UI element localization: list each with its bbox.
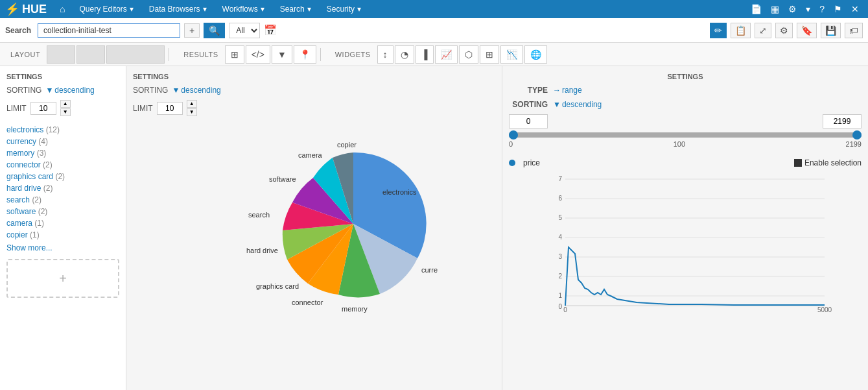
show-more-link[interactable]: Show more... — [6, 243, 119, 252]
tabs-row: LAYOUT RESULTS ⊞ </> ▼ 📍 WIDGETS ↕ ◔ ▐ 📈… — [0, 43, 868, 66]
nav-search[interactable]: Search ▾ — [274, 0, 318, 18]
mid-limit-label: LIMIT — [133, 104, 153, 113]
pie-label-currency: currency — [421, 266, 438, 274]
search-go-icon: 🔍 — [209, 25, 220, 36]
facet-connector[interactable]: connector — [6, 160, 41, 169]
range-thumb-right[interactable] — [852, 130, 862, 140]
type-label: TYPE — [509, 86, 548, 95]
left-sorting-value[interactable]: ▼ descending — [45, 86, 94, 95]
save-button[interactable]: 💾 — [821, 23, 841, 38]
search-scope-select[interactable]: All — [229, 23, 260, 38]
chevron-down-icon: ▾ — [261, 5, 264, 14]
results-pin-btn[interactable]: 📍 — [294, 45, 316, 64]
flag-icon[interactable]: ⚑ — [830, 4, 846, 14]
facet-graphics-card[interactable]: graphics card — [6, 172, 53, 181]
widgets-label: WIDGETS — [330, 51, 376, 58]
widget-bar-btn[interactable]: ▐ — [416, 45, 434, 64]
list-item: hard drive (2) — [6, 182, 119, 194]
facet-electronics[interactable]: electronics — [6, 125, 43, 134]
edit-button[interactable]: ✏ — [710, 23, 727, 38]
right-sorting-row: SORTING ▼ descending — [509, 100, 862, 109]
limit-up-button[interactable]: ▲ — [60, 100, 71, 108]
limit-down-button[interactable]: ▼ — [60, 108, 71, 116]
expand-button[interactable]: ⤢ — [755, 23, 771, 38]
range-min-input[interactable] — [509, 114, 548, 128]
copy-button[interactable]: 📋 — [731, 23, 751, 38]
logo-icon: ⚡ — [5, 2, 19, 16]
widget-line-btn[interactable]: 📈 — [435, 45, 458, 64]
widget-grid-btn[interactable]: ⊞ — [480, 45, 499, 64]
chevron-down-icon: ▾ — [203, 5, 207, 14]
facet-search[interactable]: search — [6, 195, 30, 204]
mid-limit-up-button[interactable]: ▲ — [187, 100, 197, 108]
middle-panel: SETTINGS SORTING ▼ descending LIMIT ▲ ▼ — [126, 66, 502, 390]
facet-list: electronics (12) currency (4) memory (3)… — [6, 124, 119, 241]
type-value[interactable]: → range — [553, 86, 582, 95]
nav-security[interactable]: Security ▾ — [320, 0, 368, 18]
logo-text: HUE — [22, 3, 47, 16]
add-widget-button[interactable]: + — [6, 259, 119, 298]
y-label-4: 4 — [558, 234, 562, 241]
search-input[interactable] — [38, 23, 180, 38]
chevron-down-icon: ▾ — [307, 5, 311, 14]
add-icon: + — [59, 271, 67, 286]
left-limit-input[interactable] — [30, 102, 56, 115]
results-code-btn[interactable]: </> — [246, 45, 270, 64]
widget-network-btn[interactable]: ⬡ — [459, 45, 478, 64]
pie-chart-container: electronics currency memory connector gr… — [133, 127, 495, 321]
widget-chart-btn[interactable]: 📉 — [500, 45, 523, 64]
mid-limit-down-button[interactable]: ▼ — [187, 108, 197, 116]
nav-workflows[interactable]: Workflows ▾ — [216, 0, 271, 18]
dropdown-icon[interactable]: ▾ — [802, 4, 814, 14]
right-sorting-value[interactable]: ▼ descending — [553, 100, 602, 109]
facet-memory[interactable]: memory — [6, 149, 34, 158]
facet-hard-drive[interactable]: hard drive — [6, 184, 41, 193]
close-icon[interactable]: ✕ — [847, 4, 863, 14]
chart-legend: price Enable selection — [509, 158, 862, 167]
new-document-icon[interactable]: 📄 — [747, 4, 766, 14]
nav-right-icons: 📄 ▦ ⚙ ▾ ? ⚑ ✕ — [747, 4, 863, 14]
range-track — [509, 132, 862, 138]
facet-copier[interactable]: copier — [6, 230, 28, 239]
add-query-button[interactable]: + — [184, 23, 200, 38]
x-label-5000: 5000 — [817, 306, 832, 313]
help-icon[interactable]: ? — [815, 4, 828, 14]
results-filter-btn[interactable]: ▼ — [272, 45, 292, 64]
divider-1 — [169, 48, 169, 61]
widget-pie-btn[interactable]: ◔ — [395, 45, 414, 64]
range-max-input[interactable] — [823, 114, 862, 128]
range-label-mid: 100 — [674, 140, 685, 148]
range-label-min: 0 — [509, 140, 513, 148]
right-panel: SETTINGS TYPE → range SORTING ▼ descendi… — [502, 66, 868, 390]
layout-box-1[interactable] — [47, 45, 75, 64]
results-grid-btn[interactable]: ⊞ — [225, 45, 244, 64]
search-go-button[interactable]: 🔍 — [204, 23, 225, 38]
legend-price-label: price — [523, 158, 540, 167]
mid-sorting-label: SORTING — [133, 86, 168, 95]
config-button[interactable]: ⚙ — [775, 23, 793, 38]
nav-query-editors[interactable]: Query Editors ▾ — [73, 0, 139, 18]
main-content: SETTINGS SORTING ▼ descending LIMIT ▲ ▼ … — [0, 66, 868, 390]
widget-sort-btn[interactable]: ↕ — [377, 45, 393, 64]
right-sorting-label: SORTING — [509, 100, 548, 109]
enable-selection-checkbox[interactable]: Enable selection — [794, 158, 862, 167]
tag-button[interactable]: 🏷 — [845, 23, 863, 38]
results-label: RESULTS — [178, 51, 223, 58]
calendar-icon[interactable]: 📅 — [264, 24, 277, 36]
mid-sorting-value[interactable]: ▼ descending — [172, 86, 220, 95]
range-thumb-left[interactable] — [509, 130, 518, 140]
facet-currency[interactable]: currency — [6, 137, 36, 146]
widget-globe-btn[interactable]: 🌐 — [524, 45, 547, 64]
facet-software[interactable]: software — [6, 207, 36, 216]
layout-box-3[interactable] — [106, 45, 165, 64]
divider-2 — [320, 48, 321, 61]
layout-box-2[interactable] — [76, 45, 105, 64]
mid-limit-input[interactable] — [157, 102, 183, 115]
settings-icon[interactable]: ⚙ — [784, 4, 801, 14]
facet-camera[interactable]: camera — [6, 219, 32, 228]
bookmark-button[interactable]: 🔖 — [797, 23, 817, 38]
nav-data-browsers[interactable]: Data Browsers ▾ — [143, 0, 213, 18]
home-icon[interactable]: ⌂ — [54, 4, 70, 14]
grid-icon[interactable]: ▦ — [767, 4, 783, 14]
range-arrow-icon: → — [553, 86, 561, 95]
